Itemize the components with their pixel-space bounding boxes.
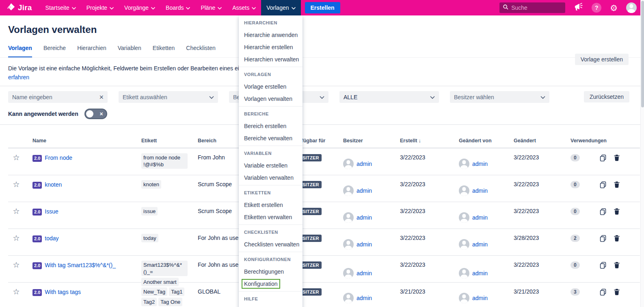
delete-icon[interactable] [614, 208, 620, 229]
favorite-star-icon[interactable]: ☆ [13, 207, 19, 216]
menu-item-vorlagen-verwalten[interactable]: Vorlagen verwalten [239, 93, 303, 105]
geaendert-von-link[interactable]: admin [472, 295, 488, 301]
menu-item-hierarchie-anwenden[interactable]: Hierarchie anwenden [239, 29, 303, 41]
toggle-row: Kann angewendet werden × [8, 108, 644, 120]
favorite-star-icon[interactable]: ☆ [13, 261, 19, 269]
top-nav: Jira Startseite Projekte Vorgänge Boards… [0, 0, 644, 15]
besitzer-link[interactable]: admin [357, 295, 372, 301]
nav-item-projekte[interactable]: Projekte [81, 0, 119, 15]
copy-icon[interactable] [600, 208, 606, 229]
menu-item-konfiguration[interactable]: Konfiguration [239, 278, 303, 290]
delete-icon[interactable] [614, 235, 620, 255]
menu-item-etikett-erstellen[interactable]: Etikett erstellen [239, 199, 303, 211]
menu-item-vorlage-erstellen[interactable]: Vorlage erstellen [239, 81, 303, 93]
copy-icon[interactable] [600, 181, 606, 202]
col-besitzer[interactable]: Besitzer [335, 138, 392, 148]
filter-select[interactable]: Besitzer wählen [450, 91, 549, 103]
nav-item-startseite[interactable]: Startseite [40, 0, 81, 15]
geaendert-von-link[interactable]: admin [472, 270, 488, 277]
avatar [343, 212, 354, 223]
create-template-button[interactable]: Vorlage erstellen [575, 54, 629, 65]
geaendert-date: 3/22/2023 [506, 148, 562, 175]
menu-item-berechtigungen[interactable]: Berechtigungen [239, 266, 303, 278]
template-name-link[interactable]: From node [45, 155, 72, 161]
tab-vorlagen[interactable]: Vorlagen [8, 45, 32, 57]
delete-icon[interactable] [614, 289, 620, 307]
tab-bereiche[interactable]: Bereiche [43, 45, 66, 57]
favorite-star-icon[interactable]: ☆ [13, 287, 19, 296]
col-name[interactable]: Name [24, 138, 133, 148]
menu-section-header: HIERARCHIEN [239, 17, 303, 29]
nav-item-pläne[interactable]: Pläne [195, 0, 227, 15]
tab-checklisten[interactable]: Checklisten [186, 45, 215, 57]
menu-item-bereiche-verwalten[interactable]: Bereiche verwalten [239, 132, 303, 144]
help-icon[interactable]: ? [592, 3, 601, 13]
filter-select[interactable]: Etikett auswählen [119, 91, 218, 103]
favorite-star-icon[interactable]: ☆ [13, 180, 19, 189]
filter-select[interactable]: ALLE [339, 91, 439, 103]
template-name-link[interactable]: knoten [45, 181, 62, 188]
col-geaendert-von[interactable]: Geändert von [451, 138, 506, 148]
toggle-off-x-icon: × [100, 111, 103, 117]
col-etikett[interactable]: Etikett [133, 138, 190, 148]
verwendungen-count: 0 [571, 208, 580, 215]
geaendert-date: 3/22/2023 [506, 202, 562, 229]
jira-logo[interactable]: Jira [0, 3, 40, 13]
clear-icon[interactable]: × [99, 94, 104, 101]
menu-item-hierarchien-verwalten[interactable]: Hierarchien verwalten [239, 53, 303, 65]
menu-item-variablen-verwalten[interactable]: Variablen verwalten [239, 172, 303, 184]
menu-item-hierarchie-erstellen[interactable]: Hierarchie erstellen [239, 41, 303, 53]
nav-item-boards[interactable]: Boards [160, 0, 195, 15]
verwendungen-count: 2 [571, 235, 580, 242]
scrollbar-track[interactable] [640, 0, 644, 307]
can-apply-toggle[interactable]: × [84, 109, 107, 119]
learn-more-link[interactable]: erfahren [8, 74, 29, 81]
delete-icon[interactable] [614, 155, 620, 175]
nav-item-assets[interactable]: Assets [227, 0, 261, 15]
avatar [343, 185, 354, 196]
copy-icon[interactable] [600, 155, 606, 175]
geaendert-von-link[interactable]: admin [472, 241, 488, 248]
geaendert-von-link[interactable]: admin [472, 214, 488, 221]
avatar [459, 268, 469, 279]
menu-item-checklisten-verwalten[interactable]: Checklisten verwalten [239, 238, 303, 250]
scrollbar-thumb[interactable] [641, 1, 644, 107]
template-name-link[interactable]: With tag Smart123$%^&*()_ [45, 262, 116, 268]
version-badge: 2.0 [32, 182, 42, 189]
favorite-star-icon[interactable]: ☆ [13, 153, 19, 162]
besitzer-link[interactable]: admin [357, 214, 372, 221]
geaendert-von-link[interactable]: admin [472, 161, 488, 167]
delete-icon[interactable] [614, 181, 620, 202]
nav-item-vorlagen[interactable]: Vorlagen [261, 0, 300, 15]
col-erstellt[interactable]: Erstellt↓ [392, 137, 451, 148]
besitzer-link[interactable]: admin [357, 241, 372, 248]
besitzer-link[interactable]: admin [357, 161, 372, 167]
col-geaendert[interactable]: Geändert [506, 138, 562, 148]
copy-icon[interactable] [600, 289, 606, 307]
template-name-link[interactable]: Issue [45, 208, 58, 215]
megaphone-icon[interactable] [574, 3, 583, 13]
besitzer-link[interactable]: admin [357, 187, 372, 194]
name-filter-input[interactable] [12, 94, 93, 100]
nav-item-vorgänge[interactable]: Vorgänge [119, 0, 160, 15]
favorite-star-icon[interactable]: ☆ [13, 234, 19, 242]
copy-icon[interactable] [600, 235, 606, 255]
tab-etiketten[interactable]: Etiketten [153, 45, 175, 57]
avatar[interactable] [626, 2, 637, 13]
gear-icon[interactable]: ⚙ [610, 4, 618, 12]
reset-button[interactable]: Zurücksetzen [584, 91, 629, 102]
menu-item-etiketten-verwalten[interactable]: Etiketten verwalten [239, 211, 303, 223]
menu-item-variable-erstellen[interactable]: Variable erstellen [239, 159, 303, 172]
besitzer-link[interactable]: admin [357, 270, 372, 277]
menu-item-bereich-erstellen[interactable]: Bereich erstellen [239, 120, 303, 132]
template-name-link[interactable]: today [45, 235, 58, 242]
search-input[interactable] [511, 4, 562, 11]
search-box[interactable] [499, 2, 565, 13]
col-verwendungen[interactable]: Verwendungen [562, 138, 593, 148]
geaendert-von-link[interactable]: admin [472, 187, 488, 194]
name-filter[interactable]: × [8, 91, 108, 103]
create-button[interactable]: Erstellen [305, 2, 340, 13]
template-name-link[interactable]: With tags tags [45, 289, 81, 295]
tab-hierarchien[interactable]: Hierarchien [77, 45, 106, 57]
tab-variablen[interactable]: Variablen [118, 45, 141, 57]
